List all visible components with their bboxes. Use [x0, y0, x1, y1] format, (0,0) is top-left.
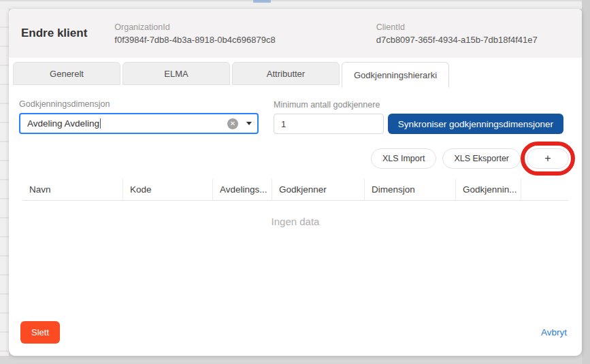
min-approvers-label: Minimum antall godkjennere	[274, 100, 384, 110]
tab-content: Godkjenningsdimensjon Avdeling Avdeling …	[9, 99, 582, 227]
empty-state-text: Ingen data	[22, 216, 568, 227]
add-button-wrap: +	[527, 148, 569, 169]
dimension-field: Godkjenningsdimensjon Avdeling Avdeling …	[19, 99, 259, 134]
page-background-right	[582, 0, 590, 364]
form-row: Godkjenningsdimensjon Avdeling Avdeling …	[19, 99, 572, 134]
column-header-navn[interactable]: Navn	[22, 179, 123, 200]
delete-button[interactable]: Slett	[20, 321, 60, 344]
min-approvers-input[interactable]	[274, 114, 384, 134]
dimension-label: Godkjenningsdimensjon	[19, 99, 259, 109]
table-header-row: Navn Kode Avdelings... Godkjenner Dimens…	[22, 179, 568, 201]
page-background-top	[0, 0, 590, 9]
tab-godkjenningshierarki[interactable]: Godkjenningshierarki	[342, 62, 449, 88]
background-artifact	[253, 0, 271, 3]
xls-export-button[interactable]: XLS Eksporter	[442, 148, 521, 169]
table-toolbar: XLS Import XLS Eksporter +	[19, 146, 572, 171]
chevron-down-icon[interactable]	[246, 122, 252, 125]
xls-import-button[interactable]: XLS Import	[371, 148, 437, 169]
edit-client-modal: Endre klient OrganizationId f0f3984f-7db…	[9, 9, 582, 356]
column-header-avdelings[interactable]: Avdelings...	[213, 179, 272, 200]
column-header-dimensjon[interactable]: Dimensjon	[365, 179, 456, 200]
dimension-select[interactable]: Avdeling Avdeling ✕	[19, 113, 259, 134]
column-header-godkjennin[interactable]: Godkjennin...	[456, 179, 521, 200]
add-row-button[interactable]: +	[527, 148, 569, 169]
tab-bar: Generelt ELMA Attributter Godkjenningshi…	[9, 62, 582, 86]
clear-icon[interactable]: ✕	[227, 118, 238, 129]
modal-title: Endre klient	[21, 27, 87, 40]
column-header-kode[interactable]: Kode	[123, 179, 213, 200]
client-id-label: ClientId	[376, 22, 538, 32]
sync-dimensions-button[interactable]: Synkroniser godkjenningsdimensjoner	[388, 114, 563, 134]
hierarchy-table: Navn Kode Avdelings... Godkjenner Dimens…	[22, 179, 568, 227]
column-header-godkjenner[interactable]: Godkjenner	[272, 179, 365, 200]
cancel-link[interactable]: Avbryt	[541, 327, 567, 337]
client-id-block: ClientId d7cb8097-365f-4934-a15b-7db18f4…	[376, 22, 538, 45]
tab-elma[interactable]: ELMA	[122, 62, 230, 85]
tab-attributter[interactable]: Attributter	[232, 62, 340, 85]
tab-generelt[interactable]: Generelt	[13, 62, 120, 85]
organization-id-label: OrganizationId	[114, 22, 275, 32]
organization-id-block: OrganizationId f0f3984f-7db8-4b3a-8918-0…	[114, 22, 275, 45]
modal-header: Endre klient OrganizationId f0f3984f-7db…	[9, 9, 582, 58]
organization-id-value: f0f3984f-7db8-4b3a-8918-0b4c696879c8	[114, 35, 275, 45]
column-header-actions	[521, 179, 568, 200]
min-approvers-field: Minimum antall godkjennere	[274, 100, 384, 134]
modal-footer: Slett Avbryt	[20, 321, 567, 344]
page-background-left	[0, 9, 9, 356]
client-id-value: d7cb8097-365f-4934-a15b-7db18f4f41e7	[376, 35, 538, 45]
dimension-select-value: Avdeling Avdeling	[27, 118, 227, 129]
